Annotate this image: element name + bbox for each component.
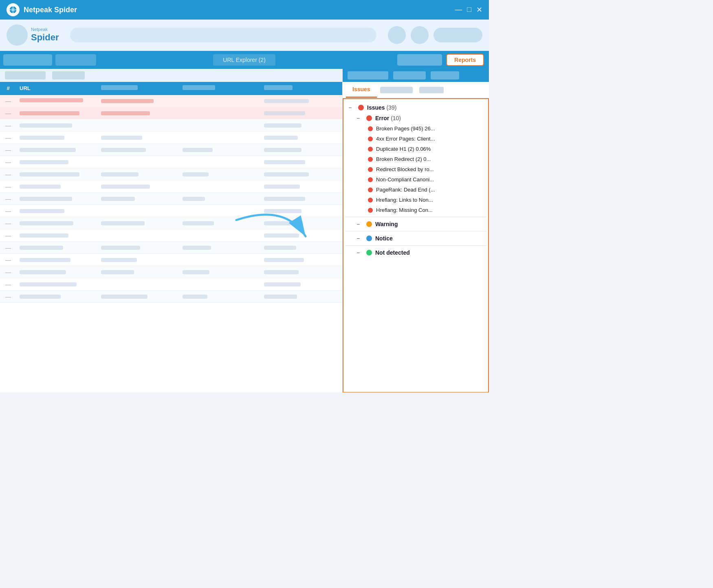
table-row[interactable]: — [0, 278, 342, 291]
row-col4 [179, 195, 261, 203]
minimize-button[interactable]: — [455, 5, 462, 14]
left-nav-tabs: URL Explorer (2) [0, 51, 392, 69]
row-hash: — [0, 292, 16, 302]
toolbar-circle-btn-1[interactable] [388, 26, 406, 44]
toolbar-action-button[interactable] [434, 28, 482, 42]
row-url [16, 269, 98, 276]
row-col3 [98, 220, 179, 227]
row-col3 [98, 124, 179, 127]
table-row[interactable]: — [0, 193, 342, 205]
sub-nav-item-1 [5, 71, 46, 79]
row-url [16, 171, 98, 178]
tree-child-pagerank[interactable]: PageRank: Dead End (... [361, 185, 486, 195]
row-hash: — [0, 145, 16, 155]
table-header: # URL [0, 82, 342, 95]
table-row[interactable]: — [0, 107, 342, 119]
nav-placeholder-2[interactable] [55, 54, 96, 66]
issues-tab-placeholder-1[interactable] [380, 87, 413, 93]
row-col4 [179, 161, 261, 164]
maximize-button[interactable]: □ [467, 5, 471, 14]
row-col5 [261, 97, 342, 105]
row-hash: — [0, 206, 16, 216]
issues-tab-active[interactable]: Issues [346, 82, 377, 98]
table-row[interactable]: — [0, 95, 342, 107]
row-url [16, 134, 98, 141]
row-col4 [179, 293, 261, 300]
url-panel: # URL — [0, 69, 342, 392]
issues-dot [358, 105, 364, 110]
table-row[interactable]: — [0, 132, 342, 144]
row-col3 [98, 110, 179, 117]
table-row[interactable]: — [0, 144, 342, 156]
tree-error[interactable]: − Error (10) [353, 113, 486, 123]
row-hash: — [0, 194, 16, 204]
tree-notice[interactable]: − Notice [353, 233, 486, 244]
nav-placeholder-1[interactable] [3, 54, 52, 66]
warning-dot [366, 221, 372, 227]
table-row[interactable]: — [0, 266, 342, 278]
table-row[interactable]: — [0, 205, 342, 217]
row-col4 [179, 220, 261, 227]
row-col3 [98, 195, 179, 203]
issues-tab-placeholder-2[interactable] [419, 87, 444, 93]
divider-2 [345, 231, 486, 231]
tree-child-redirect-blocked[interactable]: Redirect Blocked by ro... [361, 164, 486, 174]
tree-child-non-compliant[interactable]: Non-Compliant Canoni... [361, 174, 486, 185]
table-row[interactable]: — [0, 242, 342, 254]
row-hash: — [0, 280, 16, 289]
tree-root-issues[interactable]: − Issues (39) [345, 102, 486, 113]
table-body: — — [0, 95, 342, 392]
row-col4 [179, 185, 261, 188]
nav-placeholder-3[interactable] [397, 54, 442, 66]
row-col5 [261, 281, 342, 288]
row-url [16, 122, 98, 129]
row-col4 [179, 234, 261, 237]
row-hash: — [0, 170, 16, 179]
row-url [16, 97, 98, 105]
table-row[interactable]: — [0, 229, 342, 242]
right-nav-area: Reports [392, 51, 489, 69]
toolbar-circle-btn-2[interactable] [411, 26, 429, 44]
app-title: Netpeak Spider [24, 6, 455, 14]
row-col3 [98, 134, 179, 141]
not-detected-label: Not detected [375, 249, 410, 256]
row-col3 [98, 171, 179, 178]
tree-not-detected[interactable]: − Not detected [353, 247, 486, 258]
table-row[interactable]: — [0, 291, 342, 303]
close-button[interactable]: ✕ [476, 5, 482, 14]
row-hash: — [0, 231, 16, 240]
tree-child-hreflang-links[interactable]: Hreflang: Links to Non... [361, 195, 486, 205]
brand-top: Netpeak [31, 27, 59, 32]
row-col5 [261, 146, 342, 154]
table-row[interactable]: — [0, 168, 342, 181]
logo-circle [7, 24, 28, 46]
row-col5 [261, 159, 342, 166]
child-label-8: Hreflang: Links to Non... [376, 197, 433, 203]
tree-child-broken-redirect[interactable]: Broken Redirect (2) 0... [361, 154, 486, 164]
table-row[interactable]: — [0, 217, 342, 229]
tree-child-duplicate-h1[interactable]: Duplicate H1 (2) 0.06% [361, 144, 486, 154]
row-col4 [179, 124, 261, 127]
row-col3 [98, 161, 179, 164]
not-detected-dot [366, 250, 372, 255]
row-col5 [261, 183, 342, 190]
url-explorer-tab[interactable]: URL Explorer (2) [213, 54, 275, 66]
tree-child-4xx[interactable]: 4xx Error Pages: Client... [361, 134, 486, 144]
child-dot-9 [368, 208, 373, 213]
not-detected-group: − Not detected [345, 247, 486, 258]
error-group: − Error (10) Broken Pages (945) 26... [345, 113, 486, 215]
tree-child-broken-pages[interactable]: Broken Pages (945) 26... [361, 123, 486, 134]
table-row[interactable]: — [0, 156, 342, 168]
table-row[interactable]: — [0, 254, 342, 266]
tree-warning[interactable]: − Warning [353, 219, 486, 229]
right-panel: Issues − Issues (39) − [342, 69, 489, 392]
child-dot-5 [368, 167, 373, 172]
right-sub-placeholder-2 [393, 71, 426, 79]
tree-child-hreflang-missing[interactable]: Hreflang: Missing Con... [361, 205, 486, 215]
row-col5 [261, 269, 342, 276]
app-logo [7, 3, 20, 16]
url-input-bar[interactable] [70, 28, 376, 42]
table-row[interactable]: — [0, 119, 342, 132]
reports-button[interactable]: Reports [446, 54, 484, 66]
table-row[interactable]: — [0, 181, 342, 193]
